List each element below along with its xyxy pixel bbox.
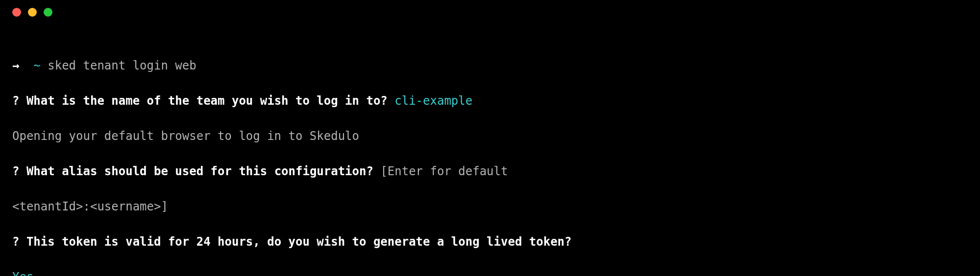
status-opening-browser: Opening your default browser to log in t…	[12, 127, 968, 145]
question-text: What alias should be used for this confi…	[19, 162, 380, 180]
question-mark-icon: ?	[12, 162, 19, 180]
terminal-content[interactable]: → ~ sked tenant login web ? What is the …	[0, 24, 980, 276]
command-line: → ~ sked tenant login web	[12, 57, 968, 74]
prompt-arrow: →	[12, 57, 33, 74]
command-text: sked tenant login web	[41, 57, 196, 74]
prompt-long-lived-answer: Yes	[12, 268, 968, 276]
question-mark-icon: ?	[12, 233, 19, 251]
close-button[interactable]	[12, 8, 21, 17]
maximize-button[interactable]	[44, 8, 52, 17]
question-text: What is the name of the team you wish to…	[19, 92, 394, 110]
prompt-path: ~	[33, 57, 40, 74]
prompt-alias: ? What alias should be used for this con…	[12, 162, 968, 180]
minimize-button[interactable]	[28, 8, 37, 17]
hint-text: [Enter for default	[380, 162, 515, 180]
hint-text: <tenantId>:<username>]	[12, 198, 168, 215]
prompt-long-lived-token: ? This token is valid for 24 hours, do y…	[12, 233, 968, 251]
answer-text: Yes	[12, 268, 33, 276]
question-mark-icon: ?	[12, 92, 19, 110]
status-text: Opening your default browser to log in t…	[12, 127, 359, 145]
question-text: This token is valid for 24 hours, do you…	[19, 233, 579, 251]
prompt-alias-line2: <tenantId>:<username>]	[12, 198, 968, 215]
prompt-team-name: ? What is the name of the team you wish …	[12, 92, 968, 110]
window-titlebar	[0, 0, 980, 24]
answer-text: cli-example	[394, 92, 472, 110]
